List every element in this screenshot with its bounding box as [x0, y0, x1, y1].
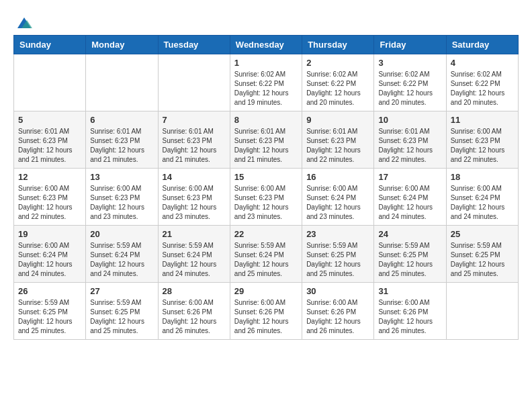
- calendar-cell: 19Sunrise: 6:00 AM Sunset: 6:24 PM Dayli…: [14, 226, 86, 283]
- calendar-cell: 21Sunrise: 5:59 AM Sunset: 6:24 PM Dayli…: [158, 226, 230, 283]
- calendar-cell: 13Sunrise: 6:00 AM Sunset: 6:23 PM Dayli…: [86, 169, 158, 226]
- day-number: 23: [306, 229, 369, 239]
- day-info: Sunrise: 5:59 AM Sunset: 6:25 PM Dayligh…: [378, 241, 441, 279]
- calendar-cell: 22Sunrise: 5:59 AM Sunset: 6:24 PM Dayli…: [230, 226, 302, 283]
- weekday-header: Tuesday: [158, 36, 230, 54]
- calendar-table: SundayMondayTuesdayWednesdayThursdayFrid…: [13, 35, 519, 340]
- calendar-week-row: 12Sunrise: 6:00 AM Sunset: 6:23 PM Dayli…: [14, 169, 519, 226]
- day-info: Sunrise: 5:59 AM Sunset: 6:25 PM Dayligh…: [306, 241, 369, 279]
- calendar-cell: 1Sunrise: 6:02 AM Sunset: 6:22 PM Daylig…: [230, 54, 302, 111]
- weekday-header: Monday: [86, 36, 158, 54]
- day-info: Sunrise: 6:00 AM Sunset: 6:23 PM Dayligh…: [163, 184, 226, 222]
- day-info: Sunrise: 5:59 AM Sunset: 6:24 PM Dayligh…: [234, 241, 298, 279]
- day-number: 26: [18, 286, 81, 296]
- day-number: 20: [90, 229, 153, 239]
- day-info: Sunrise: 5:59 AM Sunset: 6:24 PM Dayligh…: [163, 241, 226, 279]
- day-info: Sunrise: 6:01 AM Sunset: 6:23 PM Dayligh…: [378, 127, 441, 165]
- day-info: Sunrise: 6:00 AM Sunset: 6:24 PM Dayligh…: [18, 241, 81, 279]
- weekday-header: Sunday: [14, 36, 86, 54]
- day-number: 12: [18, 172, 81, 182]
- calendar-cell: 7Sunrise: 6:01 AM Sunset: 6:23 PM Daylig…: [158, 111, 230, 169]
- logo-icon: [15, 13, 34, 32]
- day-number: 22: [234, 229, 298, 239]
- day-info: Sunrise: 6:01 AM Sunset: 6:23 PM Dayligh…: [234, 127, 298, 165]
- calendar-cell: 25Sunrise: 5:59 AM Sunset: 6:25 PM Dayli…: [446, 226, 518, 283]
- day-number: 14: [163, 172, 226, 182]
- calendar-cell: 24Sunrise: 5:59 AM Sunset: 6:25 PM Dayli…: [374, 226, 446, 283]
- day-number: 30: [306, 286, 369, 296]
- calendar-cell: 15Sunrise: 6:00 AM Sunset: 6:23 PM Dayli…: [230, 169, 302, 226]
- calendar-cell: 8Sunrise: 6:01 AM Sunset: 6:23 PM Daylig…: [230, 111, 302, 169]
- day-info: Sunrise: 5:59 AM Sunset: 6:24 PM Dayligh…: [90, 241, 153, 279]
- calendar-cell: 2Sunrise: 6:02 AM Sunset: 6:22 PM Daylig…: [302, 54, 374, 111]
- day-info: Sunrise: 6:01 AM Sunset: 6:23 PM Dayligh…: [306, 127, 369, 165]
- day-info: Sunrise: 6:00 AM Sunset: 6:23 PM Dayligh…: [90, 184, 153, 222]
- logo: [13, 13, 34, 28]
- day-number: 1: [234, 58, 298, 68]
- calendar-cell: 10Sunrise: 6:01 AM Sunset: 6:23 PM Dayli…: [374, 111, 446, 169]
- day-number: 7: [163, 115, 226, 125]
- day-number: 16: [306, 172, 369, 182]
- weekday-header: Thursday: [302, 36, 374, 54]
- calendar-cell: 30Sunrise: 6:00 AM Sunset: 6:26 PM Dayli…: [302, 283, 374, 340]
- calendar-cell: 3Sunrise: 6:02 AM Sunset: 6:22 PM Daylig…: [374, 54, 446, 111]
- day-info: Sunrise: 6:01 AM Sunset: 6:23 PM Dayligh…: [163, 127, 226, 165]
- day-info: Sunrise: 6:00 AM Sunset: 6:26 PM Dayligh…: [234, 298, 298, 336]
- day-number: 19: [18, 229, 81, 239]
- day-number: 4: [451, 58, 514, 68]
- day-number: 29: [234, 286, 298, 296]
- calendar-week-row: 5Sunrise: 6:01 AM Sunset: 6:23 PM Daylig…: [14, 111, 519, 169]
- day-number: 2: [306, 58, 369, 68]
- day-info: Sunrise: 6:01 AM Sunset: 6:23 PM Dayligh…: [90, 127, 153, 165]
- day-number: 24: [378, 229, 441, 239]
- calendar-cell: [158, 54, 230, 111]
- day-number: 8: [234, 115, 298, 125]
- calendar-cell: 27Sunrise: 5:59 AM Sunset: 6:25 PM Dayli…: [86, 283, 158, 340]
- calendar-cell: [86, 54, 158, 111]
- calendar-cell: 6Sunrise: 6:01 AM Sunset: 6:23 PM Daylig…: [86, 111, 158, 169]
- calendar-cell: 4Sunrise: 6:02 AM Sunset: 6:22 PM Daylig…: [446, 54, 518, 111]
- day-number: 25: [451, 229, 514, 239]
- day-info: Sunrise: 6:01 AM Sunset: 6:23 PM Dayligh…: [18, 127, 81, 165]
- day-info: Sunrise: 6:00 AM Sunset: 6:26 PM Dayligh…: [306, 298, 369, 336]
- calendar-cell: 5Sunrise: 6:01 AM Sunset: 6:23 PM Daylig…: [14, 111, 86, 169]
- day-number: 9: [306, 115, 369, 125]
- day-number: 27: [90, 286, 153, 296]
- day-info: Sunrise: 6:00 AM Sunset: 6:23 PM Dayligh…: [18, 184, 81, 222]
- day-info: Sunrise: 5:59 AM Sunset: 6:25 PM Dayligh…: [90, 298, 153, 336]
- weekday-header: Friday: [374, 36, 446, 54]
- calendar-cell: 9Sunrise: 6:01 AM Sunset: 6:23 PM Daylig…: [302, 111, 374, 169]
- day-info: Sunrise: 6:00 AM Sunset: 6:23 PM Dayligh…: [234, 184, 298, 222]
- day-info: Sunrise: 6:00 AM Sunset: 6:26 PM Dayligh…: [378, 298, 441, 336]
- calendar-cell: 28Sunrise: 6:00 AM Sunset: 6:26 PM Dayli…: [158, 283, 230, 340]
- calendar-cell: 20Sunrise: 5:59 AM Sunset: 6:24 PM Dayli…: [86, 226, 158, 283]
- weekday-header: Saturday: [446, 36, 518, 54]
- day-info: Sunrise: 6:00 AM Sunset: 6:23 PM Dayligh…: [451, 127, 514, 165]
- calendar-cell: 16Sunrise: 6:00 AM Sunset: 6:24 PM Dayli…: [302, 169, 374, 226]
- day-info: Sunrise: 5:59 AM Sunset: 6:25 PM Dayligh…: [18, 298, 81, 336]
- weekday-header: Wednesday: [230, 36, 302, 54]
- calendar-cell: 14Sunrise: 6:00 AM Sunset: 6:23 PM Dayli…: [158, 169, 230, 226]
- day-info: Sunrise: 6:00 AM Sunset: 6:24 PM Dayligh…: [378, 184, 441, 222]
- calendar-cell: [14, 54, 86, 111]
- day-number: 17: [378, 172, 441, 182]
- calendar-cell: 17Sunrise: 6:00 AM Sunset: 6:24 PM Dayli…: [374, 169, 446, 226]
- calendar-week-row: 19Sunrise: 6:00 AM Sunset: 6:24 PM Dayli…: [14, 226, 519, 283]
- day-info: Sunrise: 6:02 AM Sunset: 6:22 PM Dayligh…: [306, 70, 369, 107]
- calendar-week-row: 1Sunrise: 6:02 AM Sunset: 6:22 PM Daylig…: [14, 54, 519, 111]
- calendar-week-row: 26Sunrise: 5:59 AM Sunset: 6:25 PM Dayli…: [14, 283, 519, 340]
- calendar-cell: [446, 283, 518, 340]
- day-number: 31: [378, 286, 441, 296]
- calendar-cell: 26Sunrise: 5:59 AM Sunset: 6:25 PM Dayli…: [14, 283, 86, 340]
- day-number: 18: [451, 172, 514, 182]
- day-info: Sunrise: 5:59 AM Sunset: 6:25 PM Dayligh…: [451, 241, 514, 279]
- day-info: Sunrise: 6:00 AM Sunset: 6:24 PM Dayligh…: [451, 184, 514, 222]
- calendar-cell: 11Sunrise: 6:00 AM Sunset: 6:23 PM Dayli…: [446, 111, 518, 169]
- calendar-cell: 18Sunrise: 6:00 AM Sunset: 6:24 PM Dayli…: [446, 169, 518, 226]
- day-number: 6: [90, 115, 153, 125]
- day-info: Sunrise: 6:02 AM Sunset: 6:22 PM Dayligh…: [378, 70, 441, 107]
- page-header: [13, 13, 519, 28]
- day-number: 3: [378, 58, 441, 68]
- calendar-cell: 12Sunrise: 6:00 AM Sunset: 6:23 PM Dayli…: [14, 169, 86, 226]
- day-number: 5: [18, 115, 81, 125]
